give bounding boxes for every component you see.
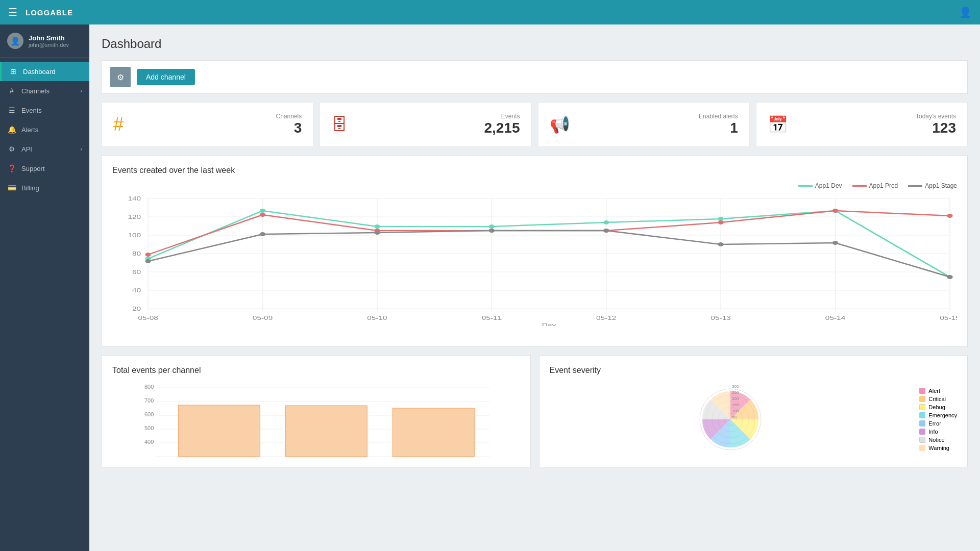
svg-point-48 xyxy=(260,232,265,236)
severity-item-emergency: Emergency xyxy=(919,412,957,418)
svg-text:400: 400 xyxy=(144,439,154,445)
calendar-stat-icon: 📅 xyxy=(768,115,788,134)
gear-icon: ⚙ xyxy=(117,72,124,82)
stat-card-todays-events: 📅 Today's events 123 xyxy=(756,102,968,147)
svg-point-32 xyxy=(260,209,265,213)
svg-point-35 xyxy=(603,220,609,224)
svg-text:40: 40 xyxy=(132,287,141,293)
severity-item-alert: Alert xyxy=(919,388,957,394)
severity-label: Debug xyxy=(928,404,945,410)
topnav: ☰ LOGGABLE 👤 xyxy=(0,0,980,24)
svg-text:140: 140 xyxy=(128,195,141,202)
warning-dot xyxy=(919,445,925,451)
topnav-left: ☰ LOGGABLE xyxy=(8,6,73,18)
support-icon: ❓ xyxy=(7,164,16,172)
svg-text:100: 100 xyxy=(128,232,141,238)
sidebar-item-label: Alerts xyxy=(21,126,38,134)
sidebar-nav: ⊞ Dashboard # Channels › ☰ Events 🔔 Aler… xyxy=(0,58,89,551)
sidebar-item-alerts[interactable]: 🔔 Alerts xyxy=(0,120,89,139)
legend-item-stage: App1 Stage xyxy=(908,182,957,189)
user-profile-icon[interactable]: 👤 xyxy=(959,6,972,18)
sidebar-item-label: Events xyxy=(21,107,42,114)
stat-label: Enabled alerts xyxy=(578,113,738,120)
stat-card-channels: # Channels 3 xyxy=(102,102,313,147)
svg-rect-66 xyxy=(178,405,260,457)
svg-point-50 xyxy=(489,229,495,233)
sidebar-item-label: API xyxy=(21,145,32,153)
legend-line-stage xyxy=(908,185,922,187)
add-channel-button[interactable]: Add channel xyxy=(137,69,195,85)
stat-card-alerts: 📢 Enabled alerts 1 xyxy=(538,102,750,147)
polar-chart: 300 250 200 150 100 50 xyxy=(550,381,912,458)
svg-text:05-09: 05-09 xyxy=(253,315,273,321)
sidebar-item-api[interactable]: ⚙ API › xyxy=(0,139,89,159)
svg-text:500: 500 xyxy=(144,425,154,431)
critical-dot xyxy=(919,396,925,402)
svg-point-46 xyxy=(947,214,952,218)
svg-point-53 xyxy=(832,241,838,245)
error-dot xyxy=(919,420,925,427)
notice-dot xyxy=(919,437,925,443)
toolbar: ⚙ Add channel xyxy=(102,60,968,94)
main-layout: 👤 John Smith john@smith.dev ⊞ Dashboard … xyxy=(0,24,980,551)
severity-area: 300 250 200 150 100 50 Alert xyxy=(550,381,958,458)
stat-label: Events xyxy=(356,113,520,120)
chart-legend: App1 Dev App1 Prod App1 Stage xyxy=(112,182,957,189)
severity-label: Alert xyxy=(928,388,940,394)
settings-button[interactable]: ⚙ xyxy=(110,67,131,87)
bar-chart-section: Total events per channel 800 700 600 500… xyxy=(102,355,531,467)
billing-icon: 💳 xyxy=(7,184,16,192)
events-stat-icon: 🗄 xyxy=(331,115,348,134)
legend-line-prod xyxy=(852,185,867,187)
svg-text:Day: Day xyxy=(542,322,556,326)
severity-chart-title: Event severity xyxy=(550,366,958,375)
svg-text:100: 100 xyxy=(732,409,739,413)
svg-text:20: 20 xyxy=(132,306,141,312)
svg-text:200: 200 xyxy=(732,396,739,401)
info-dot xyxy=(919,429,925,435)
svg-text:150: 150 xyxy=(732,403,739,407)
sidebar-item-dashboard[interactable]: ⊞ Dashboard xyxy=(0,62,89,81)
channels-stat-icon: # xyxy=(113,114,124,135)
severity-label: Emergency xyxy=(928,412,957,418)
sidebar-item-support[interactable]: ❓ Support xyxy=(0,159,89,178)
svg-text:05-14: 05-14 xyxy=(825,315,846,321)
sidebar-item-label: Billing xyxy=(21,184,39,192)
severity-label: Info xyxy=(928,429,938,435)
chevron-right-icon: › xyxy=(80,88,82,94)
stat-label: Today's events xyxy=(796,113,956,120)
severity-item-debug: Debug xyxy=(919,404,957,410)
legend-line-dev xyxy=(798,185,813,187)
stat-value: 123 xyxy=(796,120,956,136)
severity-label: Warning xyxy=(928,445,949,451)
severity-label: Error xyxy=(928,420,941,427)
sidebar-item-billing[interactable]: 💳 Billing xyxy=(0,178,89,197)
sidebar-item-events[interactable]: ☰ Events xyxy=(0,101,89,120)
svg-point-36 xyxy=(718,217,724,221)
line-chart-svg: 140 120 100 80 60 40 20 05-08 05-09 05-1… xyxy=(112,193,957,326)
user-info: John Smith john@smith.dev xyxy=(29,34,69,48)
legend-item-prod: App1 Prod xyxy=(852,182,898,189)
svg-rect-68 xyxy=(393,408,474,457)
user-name: John Smith xyxy=(29,34,69,42)
svg-text:05-08: 05-08 xyxy=(138,315,158,321)
svg-text:60: 60 xyxy=(132,269,141,275)
polar-chart-svg: 300 250 200 150 100 50 xyxy=(690,381,771,458)
events-icon: ☰ xyxy=(7,106,16,114)
stat-info: Events 2,215 xyxy=(356,113,520,136)
stat-label: Channels xyxy=(132,113,302,120)
avatar: 👤 xyxy=(7,33,23,49)
channels-icon: # xyxy=(7,87,16,95)
legend-label-stage: App1 Stage xyxy=(925,182,957,189)
sidebar-item-label: Dashboard xyxy=(23,68,56,76)
hamburger-icon[interactable]: ☰ xyxy=(8,6,17,18)
api-icon: ⚙ xyxy=(7,145,16,153)
svg-point-47 xyxy=(145,259,151,263)
sidebar-user: 👤 John Smith john@smith.dev xyxy=(0,24,89,58)
severity-item-warning: Warning xyxy=(919,445,957,451)
svg-point-45 xyxy=(832,209,838,213)
stat-info: Today's events 123 xyxy=(796,113,956,136)
stat-value: 1 xyxy=(578,120,738,136)
svg-point-51 xyxy=(603,229,609,233)
sidebar-item-channels[interactable]: # Channels › xyxy=(0,81,89,101)
